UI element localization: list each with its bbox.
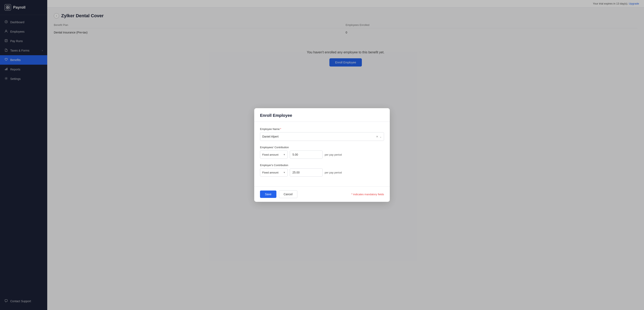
main-content: Your trial expires in 13 day(s). Upgrade… <box>47 0 644 310</box>
employer-per-pay-period: per pay period <box>325 171 342 174</box>
employees-contribution-type-select[interactable]: Fixed amount ▼ <box>260 150 288 159</box>
employer-contribution-row: Fixed amount ▼ per pay period <box>260 168 384 176</box>
modal-footer: Save Cancel * indicates mandatory fields <box>254 186 390 202</box>
employer-contribution-type-select[interactable]: Fixed amount ▼ <box>260 168 288 176</box>
modal-header: Enroll Employee <box>254 108 390 122</box>
employer-contribution-label: Employer's Contribution <box>260 164 384 167</box>
modal-body: Employee Name* Daniel Alpert ✕ ⌄ Employe… <box>254 122 390 186</box>
employees-contribution-group: Employees' Contribution Fixed amount ▼ p… <box>260 146 384 159</box>
employee-name-group: Employee Name* Daniel Alpert ✕ ⌄ <box>260 128 384 141</box>
clear-icon[interactable]: ✕ <box>376 135 378 138</box>
required-star: * <box>280 128 281 130</box>
employee-name-label: Employee Name* <box>260 128 384 130</box>
employer-contribution-group: Employer's Contribution Fixed amount ▼ p… <box>260 164 384 176</box>
modal-title: Enroll Employee <box>260 113 384 118</box>
select-controls: ✕ ⌄ <box>376 135 382 138</box>
employees-contribution-type-value: Fixed amount <box>262 153 278 156</box>
chevron-down-icon[interactable]: ⌄ <box>380 135 382 138</box>
dropdown-arrow-icon-2: ▼ <box>283 171 286 174</box>
cancel-button[interactable]: Cancel <box>279 190 297 198</box>
modal-overlay: Enroll Employee Employee Name* Daniel Al… <box>47 0 644 310</box>
employer-contribution-amount-input[interactable] <box>290 168 322 176</box>
save-button[interactable]: Save <box>260 190 276 198</box>
dropdown-arrow-icon: ▼ <box>283 153 286 156</box>
employer-contribution-type-value: Fixed amount <box>262 171 278 174</box>
employee-name-value: Daniel Alpert <box>262 135 376 138</box>
mandatory-note: * indicates mandatory fields <box>351 193 384 196</box>
employees-contribution-amount-input[interactable] <box>290 150 322 159</box>
employees-contribution-row: Fixed amount ▼ per pay period <box>260 150 384 159</box>
employees-per-pay-period: per pay period <box>325 153 342 156</box>
employees-contribution-label: Employees' Contribution <box>260 146 384 149</box>
enroll-employee-modal: Enroll Employee Employee Name* Daniel Al… <box>254 108 390 202</box>
employee-name-select[interactable]: Daniel Alpert ✕ ⌄ <box>260 132 384 141</box>
